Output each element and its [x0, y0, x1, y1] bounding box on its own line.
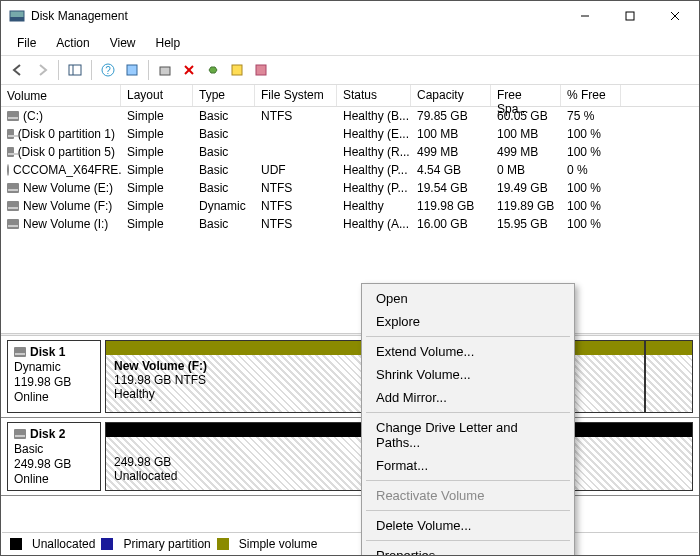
- help-button[interactable]: ?: [97, 59, 119, 81]
- disk-name: Disk 1: [30, 345, 65, 359]
- maximize-button[interactable]: [607, 2, 652, 30]
- disk-state: Online: [14, 390, 94, 404]
- disk-type: Basic: [14, 442, 94, 456]
- disk-pane: Disk 1 Dynamic 119.98 GB Online New Volu…: [1, 336, 699, 418]
- show-hide-button[interactable]: [64, 59, 86, 81]
- vol-name: (Disk 0 partition 5): [18, 145, 115, 159]
- disk-type: Dynamic: [14, 360, 94, 374]
- drive-icon: [7, 147, 14, 157]
- vol-name: New Volume (I:): [23, 217, 108, 231]
- menubar: File Action View Help: [1, 31, 699, 55]
- menu-properties[interactable]: Properties: [364, 544, 572, 556]
- window-title: Disk Management: [31, 9, 562, 23]
- menu-help[interactable]: Help: [148, 34, 189, 52]
- table-row[interactable]: (Disk 0 partition 5) SimpleBasicHealthy …: [1, 143, 699, 161]
- table-row[interactable]: (Disk 0 partition 1) SimpleBasicHealthy …: [1, 125, 699, 143]
- col-pctfree[interactable]: % Free: [561, 85, 621, 106]
- menu-shrink-volume[interactable]: Shrink Volume...: [364, 363, 572, 386]
- app-icon: [9, 8, 25, 24]
- menu-extend-volume[interactable]: Extend Volume...: [364, 340, 572, 363]
- drive-icon: [14, 347, 26, 357]
- refresh-button[interactable]: [154, 59, 176, 81]
- table-row[interactable]: CCCOMA_X64FRE... SimpleBasicUDFHealthy (…: [1, 161, 699, 179]
- svg-rect-11: [160, 67, 170, 75]
- col-layout[interactable]: Layout: [121, 85, 193, 106]
- minimize-button[interactable]: [562, 2, 607, 30]
- volume-block-extra[interactable]: [645, 340, 693, 413]
- col-status[interactable]: Status: [337, 85, 411, 106]
- legend: Unallocated Primary partition Simple vol…: [2, 532, 698, 554]
- disk-size: 119.98 GB: [14, 375, 94, 389]
- svg-rect-6: [69, 65, 81, 75]
- drive-icon: [7, 129, 14, 139]
- delete-button[interactable]: [178, 59, 200, 81]
- disk-state: Online: [14, 472, 94, 486]
- svg-rect-10: [127, 65, 137, 75]
- drive-icon: [7, 183, 19, 193]
- cd-icon: [7, 164, 9, 176]
- menu-file[interactable]: File: [9, 34, 44, 52]
- vol-name: New Volume (F:): [23, 199, 112, 213]
- toolbar: ?: [1, 55, 699, 85]
- settings-button[interactable]: [121, 59, 143, 81]
- menu-view[interactable]: View: [102, 34, 144, 52]
- forward-button[interactable]: [31, 59, 53, 81]
- titlebar: Disk Management: [1, 1, 699, 31]
- table-row[interactable]: New Volume (I:) SimpleBasicNTFSHealthy (…: [1, 215, 699, 233]
- vol-name: (C:): [23, 109, 43, 123]
- col-type[interactable]: Type: [193, 85, 255, 106]
- menu-action[interactable]: Action: [48, 34, 97, 52]
- svg-rect-14: [232, 65, 242, 75]
- svg-rect-1: [10, 17, 24, 21]
- svg-text:?: ?: [105, 65, 111, 76]
- vol-name: New Volume (E:): [23, 181, 113, 195]
- close-button[interactable]: [652, 2, 697, 30]
- menu-open[interactable]: Open: [364, 287, 572, 310]
- context-menu: Open Explore Extend Volume... Shrink Vol…: [361, 283, 575, 556]
- col-freespace[interactable]: Free Spa...: [491, 85, 561, 106]
- menu-add-mirror[interactable]: Add Mirror...: [364, 386, 572, 409]
- table-row[interactable]: (C:) SimpleBasicNTFSHealthy (B...79.85 G…: [1, 107, 699, 125]
- table-row[interactable]: New Volume (E:) SimpleBasicNTFSHealthy (…: [1, 179, 699, 197]
- vol-name: (Disk 0 partition 1): [18, 127, 115, 141]
- col-capacity[interactable]: Capacity: [411, 85, 491, 106]
- volume-list-header: Volume Layout Type File System Status Ca…: [1, 85, 699, 107]
- legend-simple: Simple volume: [239, 537, 318, 551]
- disk-name: Disk 2: [30, 427, 65, 441]
- volume-list: (C:) SimpleBasicNTFSHealthy (B...79.85 G…: [1, 107, 699, 233]
- menu-reactivate: Reactivate Volume: [364, 484, 572, 507]
- drive-icon: [7, 219, 19, 229]
- disk-pane: Disk 2 Basic 249.98 GB Online 249.98 GB …: [1, 418, 699, 496]
- more-button[interactable]: [250, 59, 272, 81]
- drive-icon: [7, 201, 19, 211]
- action-button[interactable]: [226, 59, 248, 81]
- menu-format[interactable]: Format...: [364, 454, 572, 477]
- back-button[interactable]: [7, 59, 29, 81]
- drive-icon: [7, 111, 19, 121]
- svg-rect-3: [626, 12, 634, 20]
- disk-size: 249.98 GB: [14, 457, 94, 471]
- vol-name: CCCOMA_X64FRE...: [13, 163, 121, 177]
- disk-label[interactable]: Disk 2 Basic 249.98 GB Online: [7, 422, 101, 491]
- drive-icon: [14, 429, 26, 439]
- legend-primary: Primary partition: [123, 537, 210, 551]
- menu-change-letter[interactable]: Change Drive Letter and Paths...: [364, 416, 572, 454]
- menu-explore[interactable]: Explore: [364, 310, 572, 333]
- table-row[interactable]: New Volume (F:) SimpleDynamicNTFSHealthy…: [1, 197, 699, 215]
- col-filesystem[interactable]: File System: [255, 85, 337, 106]
- properties-button[interactable]: [202, 59, 224, 81]
- disk-label[interactable]: Disk 1 Dynamic 119.98 GB Online: [7, 340, 101, 413]
- svg-rect-15: [256, 65, 266, 75]
- col-volume[interactable]: Volume: [1, 85, 121, 106]
- menu-delete-volume[interactable]: Delete Volume...: [364, 514, 572, 537]
- legend-unallocated: Unallocated: [32, 537, 95, 551]
